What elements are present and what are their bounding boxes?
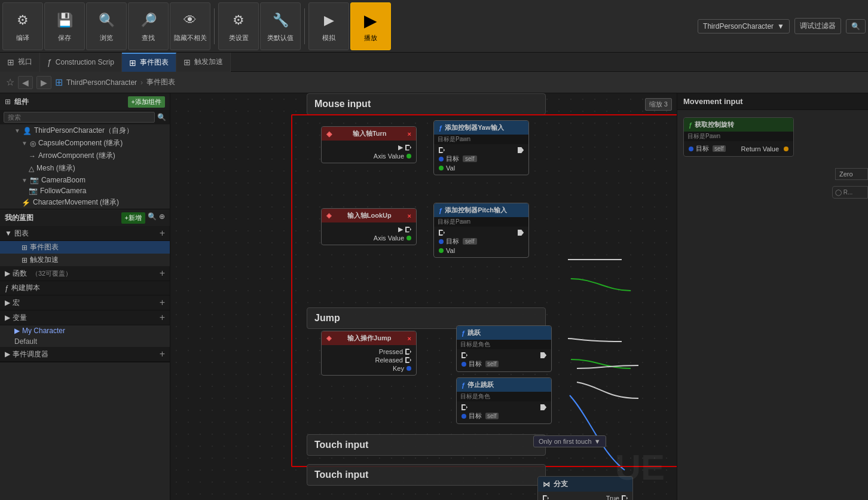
event-dispatcher-header[interactable]: ▶ 事件调度器 + (0, 347, 170, 362)
pressed-port[interactable] (405, 349, 411, 355)
target-port[interactable] (439, 157, 444, 161)
tree-item-trigger[interactable]: ⊞ 触发加速 (0, 254, 170, 266)
add-component-button[interactable]: +添加组件 (128, 96, 165, 108)
exec-out-port[interactable] (540, 404, 546, 410)
add-function-icon[interactable]: + (160, 268, 165, 279)
forward-arrow[interactable]: ▶ (36, 76, 51, 89)
exec-out-port[interactable] (540, 352, 546, 358)
node-input-axis-turn[interactable]: ◈ 输入轴Turn × ▶ Axis Value (321, 126, 417, 163)
add-graph-icon[interactable]: + (160, 228, 165, 239)
node-jump[interactable]: ƒ 跳跃 目标是角色 目标 self (456, 325, 552, 372)
expand-icon: ▼ (22, 140, 27, 147)
components-section: ⊞ 组件 +添加组件 🔍 ▼ 👤 ThirdPersonCharacter（自身… (0, 93, 170, 209)
play-button[interactable]: ▶ 播放 (350, 2, 391, 50)
build-script-header[interactable]: ƒ 构建脚本 (0, 281, 170, 295)
exec-out-port[interactable] (405, 227, 411, 233)
self-badge: self (485, 361, 499, 367)
node-input-action-jump[interactable]: ◈ 输入操作Jump × Pressed Released Key (321, 331, 417, 376)
components-header[interactable]: ⊞ 组件 +添加组件 (0, 93, 170, 110)
target-port[interactable] (439, 239, 444, 244)
new-button[interactable]: +新增 (121, 212, 145, 224)
node-get-control-rotation[interactable]: ƒ 获取控制旋转 目标是Pawn 目标 self Return Value (683, 117, 794, 157)
build-label: 构建脚本 (11, 283, 40, 293)
node-stop-jump[interactable]: ƒ 停止跳跃 目标是角色 目标 self (456, 377, 552, 424)
class-settings-button[interactable]: ⚙ 类设置 (218, 2, 259, 50)
released-port[interactable] (405, 357, 411, 363)
view-options-icon[interactable]: ⊕ (159, 212, 165, 224)
node-branch[interactable]: ⋈ 分支 True Condition (537, 476, 633, 500)
graphs-header[interactable]: ▼ 图表 + (0, 226, 170, 241)
val-port[interactable] (439, 248, 444, 253)
target-port[interactable] (461, 414, 466, 419)
tree-item-cameraboom[interactable]: ▼ 📷 CameraBoom (0, 175, 170, 185)
node-add-yaw[interactable]: ƒ 添加控制器Yaw输入 目标是Pawn 目标 self Val (433, 120, 529, 175)
zero-node[interactable]: Zero (835, 168, 868, 180)
compile-button[interactable]: ⚙ 编译 (2, 2, 43, 50)
character-dropdown[interactable]: ThirdPersonCharacter ▼ (698, 19, 790, 33)
return-port[interactable] (784, 147, 788, 151)
tree-item-default[interactable]: Default (0, 336, 170, 347)
build-icon: ƒ (5, 284, 9, 292)
tab-viewport[interactable]: ⊞ 视口 (0, 53, 40, 72)
close-icon[interactable]: × (408, 335, 411, 342)
only-first-touch-badge[interactable]: Only on first touch ▼ (533, 435, 606, 447)
tab-trigger[interactable]: ⊞ 触发加速 (176, 53, 231, 72)
add-dispatcher-icon[interactable]: + (160, 349, 165, 359)
save-button[interactable]: 💾 保存 (44, 2, 85, 50)
functions-header[interactable]: ▶ 函数 （32可覆盖） + (0, 266, 170, 281)
tree-item-mesh[interactable]: △ Mesh (继承) (0, 162, 170, 175)
debug-filter-button[interactable]: 调试过滤器 (794, 18, 841, 34)
close-icon[interactable]: × (408, 130, 411, 138)
find-button[interactable]: 🔎 查找 (128, 2, 169, 50)
component-search-input[interactable] (4, 112, 155, 123)
tree-item-mycharacter[interactable]: ▶ My Character (0, 325, 170, 336)
close-icon[interactable]: × (408, 212, 411, 219)
target-port[interactable] (689, 147, 693, 151)
exec-in-port[interactable] (439, 147, 445, 153)
blueprint-canvas[interactable]: Mouse input ◈ 输入轴Turn × ▶ Axis Value (170, 93, 677, 500)
exec-out-port[interactable] (405, 145, 411, 151)
tree-label: 事件图表 (30, 242, 59, 252)
tree-item-thirdperson[interactable]: ▼ 👤 ThirdPersonCharacter（自身） (0, 124, 170, 137)
axis-value-port[interactable] (407, 154, 411, 158)
browse-button[interactable]: 🔍 浏览 (86, 2, 127, 50)
component-search-bar: 🔍 (0, 110, 170, 124)
tree-icon: → (29, 152, 36, 160)
tree-item-event-graph[interactable]: ⊞ 事件图表 (0, 241, 170, 254)
mouse-input-label: Mouse input (314, 99, 371, 109)
search-filter-button[interactable]: 🔍 (846, 19, 866, 33)
components-title: 组件 (14, 97, 29, 107)
macros-header[interactable]: ▶ 宏 + (0, 295, 170, 310)
val-port[interactable] (439, 166, 444, 170)
node-partial-right[interactable]: ◯ R... (832, 186, 868, 199)
class-default-button[interactable]: 🔧 类默认值 (260, 2, 301, 50)
exec-in-port[interactable] (543, 495, 549, 500)
variables-header[interactable]: ▶ 变量 + (0, 310, 170, 325)
node-input-axis-lookup[interactable]: ◈ 输入轴LookUp × ▶ Axis Value (321, 208, 417, 245)
port-label: Axis Value (374, 234, 404, 242)
search-blueprint-icon[interactable]: 🔍 (148, 212, 157, 224)
add-macro-icon[interactable]: + (160, 297, 165, 308)
simulate-button[interactable]: ▶ 模拟 (308, 2, 349, 50)
blueprints-header[interactable]: 我的蓝图 +新增 🔍 ⊕ (0, 209, 170, 226)
tree-item-capsule[interactable]: ▼ ◎ CapsuleComponent (继承) (0, 137, 170, 150)
favorite-star[interactable]: ☆ (6, 77, 14, 88)
tree-item-arrow[interactable]: → ArrowComponent (继承) (0, 150, 170, 162)
exec-in-port[interactable] (461, 352, 467, 358)
exec-in-port[interactable] (439, 230, 445, 236)
key-port[interactable] (407, 366, 411, 371)
tree-item-followcam[interactable]: 📷 FollowCamera (0, 185, 170, 196)
exec-out-port[interactable] (518, 147, 524, 153)
tree-item-charmovement[interactable]: ⚡ CharacterMovement (继承) (0, 196, 170, 209)
tab-event-graph[interactable]: ⊞ 事件图表 (122, 53, 176, 72)
hide-unrelated-button[interactable]: 👁 隐藏不相关 (170, 2, 210, 50)
exec-in-port[interactable] (461, 404, 467, 410)
target-port[interactable] (461, 362, 466, 367)
back-arrow[interactable]: ◀ (18, 76, 33, 89)
axis-value-port[interactable] (407, 236, 411, 240)
exec-out-port[interactable] (518, 230, 524, 236)
tab-construction[interactable]: ƒ Construction Scrip (40, 53, 122, 72)
node-add-pitch[interactable]: ƒ 添加控制器Pitch输入 目标是Pawn 目标 self Val (433, 203, 529, 258)
true-port[interactable] (622, 495, 628, 500)
add-variable-icon[interactable]: + (160, 312, 165, 323)
